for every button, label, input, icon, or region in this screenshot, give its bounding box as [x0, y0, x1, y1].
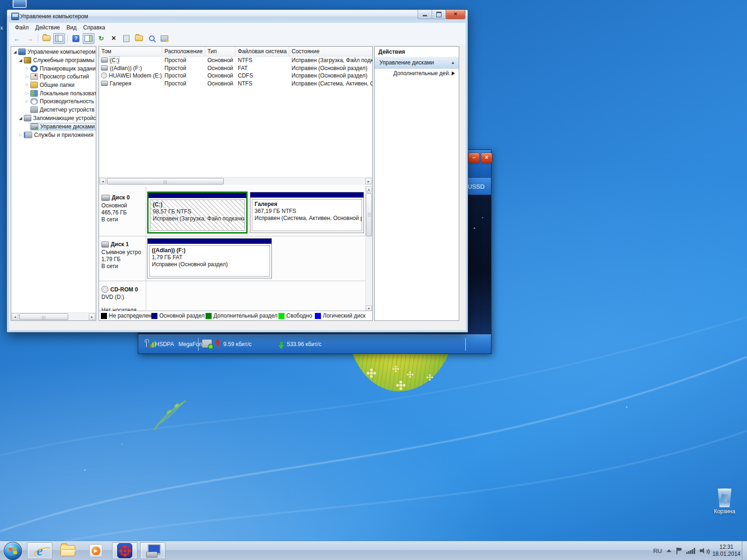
tree-horizontal-scrollbar[interactable]: ◄ ►: [11, 312, 96, 320]
column-header-layout[interactable]: Расположение: [162, 47, 205, 56]
taskbar-windows-explorer[interactable]: [55, 542, 80, 559]
toolbar-separator: [38, 35, 38, 43]
volume-row-c[interactable]: (C:) Простой Основной NTFS Исправен (Заг…: [99, 57, 372, 64]
menu-help[interactable]: Справка: [80, 23, 108, 32]
console-tree-toggle[interactable]: [53, 33, 65, 44]
column-header-status[interactable]: Состояние: [289, 47, 372, 56]
taskbar-internet-explorer[interactable]: e: [27, 542, 52, 559]
action-pane-toggle[interactable]: [83, 33, 94, 44]
tree-item-device-manager[interactable]: Диспетчер устройств: [11, 106, 96, 113]
partition-galereya[interactable]: Галерея 367,19 ГБ NTFS Исправен (Система…: [250, 192, 364, 233]
delete-button[interactable]: ×: [108, 33, 120, 44]
refresh-button[interactable]: ↻: [95, 33, 107, 44]
partition-c[interactable]: (C:) 98,57 ГБ NTFS Исправен (Загрузка, Ф…: [147, 191, 248, 234]
taskbar-media-player[interactable]: ▶: [83, 542, 108, 559]
menu-action[interactable]: Действие: [32, 23, 64, 32]
minimize-button[interactable]: [418, 10, 432, 19]
scroll-thumb[interactable]: [19, 313, 68, 320]
open-button[interactable]: [133, 33, 145, 44]
help-icon: ?: [72, 35, 79, 42]
legend-swatch-logical: [315, 313, 321, 319]
upload-speed: 9.59 кбит/с: [223, 341, 252, 347]
tab-ussd[interactable]: USSD: [468, 183, 484, 190]
toolbar: ← → ? ↻ ×: [9, 32, 466, 45]
disk-view-vertical-scrollbar[interactable]: ▲ ▼: [365, 186, 372, 312]
tree-item-shared-folders[interactable]: ▷ Общие папки: [11, 81, 96, 89]
show-desktop-button[interactable]: [742, 541, 747, 560]
show-hidden-icons-button[interactable]: [667, 549, 671, 552]
language-indicator[interactable]: RU: [653, 547, 662, 554]
device-manager-icon: [30, 106, 38, 113]
scroll-up-arrow[interactable]: ▲: [366, 186, 372, 192]
volume-row-adlan[interactable]: ((Adlan)) (F:) Простой Основной FAT Испр…: [99, 64, 372, 72]
more-actions-item[interactable]: Дополнительные дей...: [375, 68, 459, 78]
titlebar[interactable]: Управление компьютером ×: [7, 10, 468, 23]
properties-button[interactable]: [121, 33, 132, 44]
tree-item-local-users[interactable]: ▷ Локальные пользовате: [11, 89, 96, 97]
scroll-right-arrow[interactable]: ►: [365, 178, 372, 184]
up-level-button[interactable]: [41, 33, 52, 44]
scroll-right-arrow[interactable]: ►: [89, 313, 95, 320]
volume-row-galereya[interactable]: Галерея Простой Основной NTFS Исправен (…: [99, 80, 372, 87]
tree-item-system-tools[interactable]: ◢ Служебные программы: [11, 56, 96, 64]
scroll-thumb[interactable]: [366, 193, 372, 236]
disk-management-icon: [31, 123, 38, 130]
modem-close-button[interactable]: ×: [481, 153, 492, 163]
help-button[interactable]: ?: [70, 33, 82, 44]
volume-row-huawei-modem[interactable]: HUAWEI Modem (E:) Простой Основной CDFS …: [99, 72, 372, 79]
taskbar-clock[interactable]: 12:31 18.01.2014: [712, 544, 740, 558]
flower-decoration: [399, 384, 402, 387]
expander-icon[interactable]: ▷: [24, 74, 30, 78]
tree-item-disk-management[interactable]: Управление дисками: [11, 122, 96, 130]
scroll-thumb[interactable]: [107, 178, 224, 184]
find-button[interactable]: [146, 33, 157, 44]
expander-icon[interactable]: ▷: [24, 91, 30, 95]
column-header-filesystem[interactable]: Файловая система: [235, 47, 289, 56]
expander-icon[interactable]: ◢: [18, 58, 23, 63]
taskbar-computer-management[interactable]: [140, 542, 165, 559]
legend-swatch-unallocated: [101, 313, 107, 319]
signal-strength-icon: [145, 339, 154, 348]
tree-item-event-viewer[interactable]: ▷ Просмотр событий: [11, 72, 96, 80]
maximize-button[interactable]: [432, 10, 446, 19]
scroll-left-arrow[interactable]: ◄: [100, 178, 106, 184]
forward-button[interactable]: →: [24, 33, 36, 44]
expander-icon[interactable]: ◢: [18, 116, 23, 121]
network-type-label: HSDPA: [155, 341, 174, 347]
tree-item-computer-management[interactable]: ◢ Управление компьютером (л: [11, 48, 96, 56]
close-button[interactable]: ×: [446, 10, 465, 19]
expander-icon[interactable]: ▷: [24, 99, 30, 103]
action-center-icon[interactable]: [676, 547, 682, 554]
menu-bar: Файл Действие Вид Справка: [9, 23, 466, 33]
tree-item-storage[interactable]: ◢ Запоминающие устройст: [11, 114, 96, 122]
settings-button[interactable]: [158, 33, 170, 44]
partition-adlan[interactable]: ((Adlan)) (F:) 1,79 ГБ FAT Исправен (Осн…: [147, 238, 272, 278]
column-header-type[interactable]: Тип: [205, 47, 235, 56]
open-folder-icon: [135, 35, 143, 41]
expander-icon[interactable]: ▷: [24, 66, 30, 71]
taskbar-huawei-modem-app[interactable]: [112, 542, 137, 559]
collapse-icon[interactable]: ▲: [451, 57, 455, 68]
disk-type: Основной: [101, 202, 127, 209]
tree-item-services[interactable]: ▷ Службы и приложения: [11, 131, 96, 139]
task-scheduler-icon: [30, 65, 38, 72]
start-button[interactable]: [4, 542, 22, 560]
expander-icon[interactable]: ◢: [12, 50, 18, 54]
back-icon: ←: [14, 35, 21, 42]
volume-icon[interactable]: [700, 547, 708, 554]
tree-item-task-scheduler[interactable]: ▷ Планировщик заданий: [11, 64, 96, 72]
menu-file[interactable]: Файл: [12, 23, 32, 32]
expander-icon[interactable]: ▷: [24, 83, 30, 87]
expander-icon[interactable]: ▷: [18, 133, 23, 137]
actions-group-disk-management[interactable]: Управление дисками ▲: [375, 57, 459, 69]
network-icon[interactable]: [686, 548, 695, 554]
tree-item-performance[interactable]: ▷ Производительность: [11, 97, 96, 105]
column-header-volume[interactable]: Том: [99, 47, 162, 56]
back-button[interactable]: ←: [11, 33, 23, 44]
desktop-icon-computer-partial[interactable]: [13, 0, 27, 8]
menu-view[interactable]: Вид: [63, 23, 80, 32]
scroll-left-arrow[interactable]: ◄: [12, 313, 18, 320]
recycle-bin[interactable]: Корзина: [702, 489, 747, 517]
modem-minimize-button[interactable]: –: [468, 153, 480, 163]
volume-list-horizontal-scrollbar[interactable]: ◄ ►: [99, 177, 372, 185]
